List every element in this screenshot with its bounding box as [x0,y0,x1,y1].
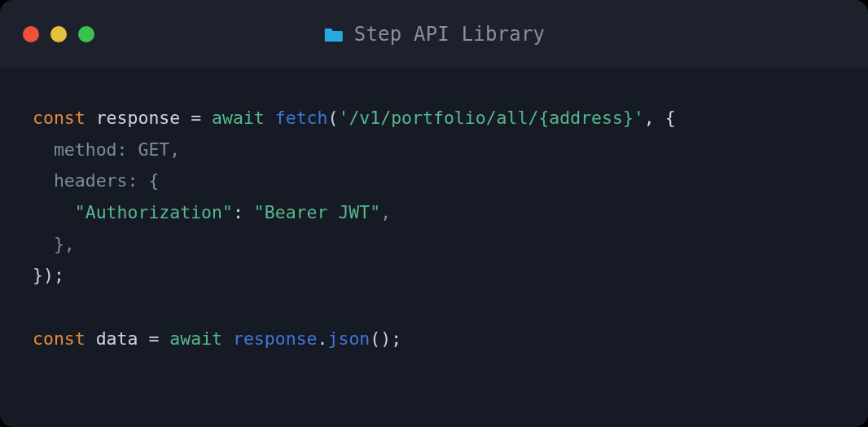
string-url: '/v1/portfolio/all/{address}' [338,108,643,128]
code-area: const response = await fetch('/v1/portfo… [0,68,868,427]
maximize-icon[interactable] [78,26,94,42]
string-auth-key: "Authorization" [75,202,233,222]
window-title: Step API Library [323,23,545,46]
dot: . [318,328,328,349]
ident-get: GET [138,139,169,160]
prop-headers: headers: [54,170,138,191]
op-eq: = [148,328,169,349]
close-icon[interactable] [23,26,39,42]
ident-data: data [85,328,149,349]
keyword-const: const [33,108,85,128]
op-eq: = [191,108,212,128]
titlebar: Step API Library [0,0,868,68]
comma-brace: , { [644,108,676,128]
keyword-const: const [33,328,85,349]
parens-semi: (); [370,328,401,349]
brace-paren-close: }); [33,265,64,285]
colon: : [233,202,254,222]
brace-open: { [148,170,159,191]
ident-response2: response [233,328,318,349]
prop-method: method: [54,139,128,160]
keyword-await: await [212,108,265,128]
fn-json: json [328,328,370,349]
keyword-await: await [169,328,222,349]
comma: , [169,139,180,160]
lparen: ( [328,108,339,128]
traffic-lights [23,26,94,42]
folder-icon [323,26,344,42]
comma: , [380,202,391,222]
code-window: Step API Library const response = await … [0,0,868,427]
brace-close: }, [54,234,75,254]
fn-fetch: fetch [275,108,328,128]
string-auth-val: "Bearer JWT" [254,202,380,222]
ident-response: response [85,108,191,128]
minimize-icon[interactable] [50,26,67,42]
window-title-text: Step API Library [354,23,545,46]
